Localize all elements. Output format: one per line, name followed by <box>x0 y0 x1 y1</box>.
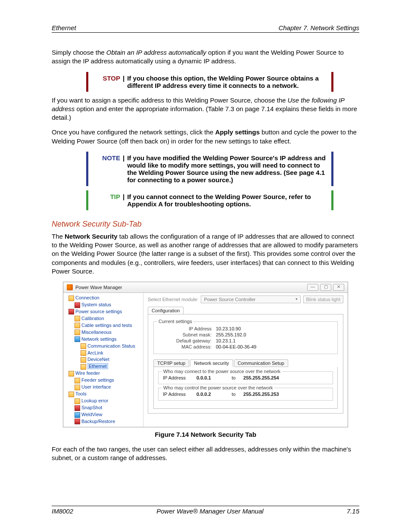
callout-tip-label: TIP <box>94 193 120 208</box>
current-ip-value: 10.23.10.90 <box>216 326 241 331</box>
tree-item-icon <box>75 378 80 383</box>
group-who-may-control: Who may control the power source over th… <box>158 388 333 401</box>
tree-item-icon <box>75 412 80 418</box>
control-range-to[interactable]: 255.255.255.253 <box>243 392 279 397</box>
tree-item-icon <box>81 343 86 349</box>
tree-item-label: Lookup error <box>81 398 108 403</box>
tree-item-label: Communication Status <box>87 343 135 348</box>
tree-item-label: SnapShot <box>81 405 102 410</box>
tree-item-icon <box>75 405 80 411</box>
tree-item[interactable]: DeviceNet <box>81 356 141 363</box>
current-mac-value: 00-04-EE-00-36-49 <box>216 344 256 349</box>
chevron-down-icon: ▾ <box>296 297 298 302</box>
tree-item[interactable]: Backup/Restore <box>75 418 141 425</box>
screenshot-window: Power Wave Manager — ▢ ✕ ConnectionSyste… <box>63 282 348 427</box>
connect-range-from[interactable]: 0.0.0.1 <box>196 375 211 380</box>
tree-item-label: Network settings <box>81 336 116 342</box>
app-icon <box>67 284 73 290</box>
tree-item[interactable]: Lookup error <box>75 398 141 404</box>
callout-tip-text: If you cannot connect to the Welding Pow… <box>127 193 327 208</box>
current-gateway-value: 10.23.1.1 <box>216 338 236 343</box>
tree-item[interactable]: SnapShot <box>75 404 141 411</box>
tree-item-icon <box>75 330 80 335</box>
tree-item[interactable]: Cable settings and tests <box>75 322 141 329</box>
footer-mid: Power Wave® Manager User Manual <box>156 507 263 515</box>
tree-item-icon <box>75 398 80 404</box>
tree-item-label: Backup/Restore <box>81 419 115 424</box>
callout-note-label: NOTE <box>94 154 120 184</box>
page-footer: IM8002 Power Wave® Manager User Manual 7… <box>52 506 359 515</box>
tree-item-icon <box>68 371 74 376</box>
tree-item-icon <box>81 350 86 356</box>
tree-item[interactable]: Calibration <box>75 315 141 322</box>
para-2: If you want to assign a specific address… <box>52 96 359 122</box>
tree-item[interactable]: Ethernet <box>81 363 141 370</box>
select-ethernet-label: Select Ethernet module: <box>148 297 198 302</box>
tree-item-label: User interface <box>81 384 111 389</box>
para-3: Once you have configured the network set… <box>52 128 359 146</box>
tree-item[interactable]: ArcLink <box>81 350 141 357</box>
subtab-network-security[interactable]: Network security <box>190 359 233 367</box>
tree-item-icon <box>81 357 86 363</box>
para-5: For each of the two ranges, the user can… <box>52 445 359 463</box>
tree-item-label: Cable settings and tests <box>81 323 132 328</box>
tree-item-label: Miscellaneous <box>81 330 112 335</box>
close-button[interactable]: ✕ <box>333 284 344 291</box>
tree-item-label: Power source settings <box>75 309 122 314</box>
tree-item[interactable]: Network settings <box>75 336 141 343</box>
para-1: Simply choose the Obtain an IP address a… <box>52 48 359 66</box>
tree-item-icon <box>75 336 80 342</box>
tab-configuration[interactable]: Configuration <box>148 307 184 314</box>
callout-stop-label: STOP <box>94 75 120 89</box>
header-left: Ethernet <box>52 24 76 31</box>
tree-item[interactable]: Miscellaneous <box>75 329 141 336</box>
maximize-button[interactable]: ▢ <box>320 284 331 291</box>
minimize-button[interactable]: — <box>307 284 318 291</box>
tree-item-icon <box>81 364 86 370</box>
control-range-from[interactable]: 0.0.0.2 <box>196 392 211 397</box>
callout-stop-text: If you choose this option, the Welding P… <box>127 75 327 89</box>
subtab-tcpip[interactable]: TCP/IP setup <box>153 359 189 367</box>
tree-item-icon <box>68 392 74 397</box>
tree-item[interactable]: System status <box>75 302 141 308</box>
callout-note: NOTE | If you have modified the Welding … <box>86 152 333 186</box>
tree-item[interactable]: Power source settings <box>68 308 141 315</box>
footer-left: IM8002 <box>52 507 73 515</box>
figure-caption: Figure 7.14 Network Security Tab <box>52 431 359 438</box>
tree-item[interactable]: Wire feeder <box>68 370 141 377</box>
blink-status-button[interactable]: Blink status light <box>303 296 343 303</box>
page-header: Ethernet Chapter 7. Network Settings <box>52 24 359 33</box>
footer-right: 7.15 <box>347 507 359 515</box>
para-4: The Network Security tab allows the conf… <box>52 232 359 276</box>
tree-item-label: Ethernet <box>87 363 108 369</box>
tree-item-icon <box>75 385 80 390</box>
tree-item[interactable]: Communication Status <box>81 343 141 350</box>
tree-item[interactable]: Connection <box>68 295 141 302</box>
tree-item[interactable]: WeldView <box>75 411 141 418</box>
tree-item-label: DeviceNet <box>87 357 109 362</box>
window-title: Power Wave Manager <box>75 285 122 290</box>
subtab-communication-setup[interactable]: Communication Setup <box>234 359 288 367</box>
window-titlebar: Power Wave Manager — ▢ ✕ <box>63 282 348 293</box>
tree-item-label: Calibration <box>81 316 104 321</box>
connect-range-to[interactable]: 255.255.255.254 <box>243 375 279 380</box>
tree-item[interactable]: Feeder settings <box>75 377 141 384</box>
tree-item[interactable]: User interface <box>75 384 141 391</box>
tree-item-label: Connection <box>75 295 100 300</box>
tree-item-icon <box>68 309 74 314</box>
tree-item-icon <box>75 419 80 424</box>
nav-tree[interactable]: ConnectionSystem statusPower source sett… <box>63 293 143 427</box>
group-who-may-connect: Who may connect to the power source over… <box>158 371 333 384</box>
tree-item-label: Wire feeder <box>75 370 100 376</box>
tree-item-icon <box>75 323 80 328</box>
ethernet-module-dropdown[interactable]: Power Source Controller▾ <box>201 296 300 303</box>
tree-item[interactable]: Tools <box>68 391 141 398</box>
tree-item-label: WeldView <box>81 412 103 417</box>
tree-item-label: Feeder settings <box>81 377 114 383</box>
section-heading: Network Security Sub-Tab <box>52 220 359 229</box>
tree-item-label: ArcLink <box>87 350 103 355</box>
tree-item-icon <box>75 302 80 308</box>
callout-note-text: If you have modified the Welding Power S… <box>127 154 327 184</box>
header-right: Chapter 7. Network Settings <box>278 24 359 31</box>
group-current-settings: Current settings IP Address10.23.10.90 S… <box>153 321 338 354</box>
